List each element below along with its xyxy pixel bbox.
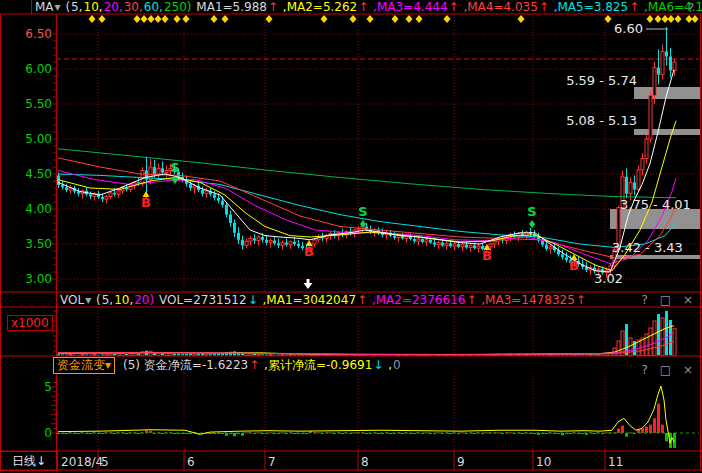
text-segment: 60,: [144, 0, 163, 14]
money-flow-selector[interactable]: 资金流变▾: [53, 357, 115, 374]
candle-body-up: [645, 139, 648, 159]
candle-body-down: [413, 239, 416, 241]
text-segment: ▾: [85, 293, 95, 307]
candle-body-down: [545, 245, 548, 249]
signal-diamond: [266, 15, 273, 23]
help-icon[interactable]: ?: [688, 1, 694, 15]
resistance-zone: [634, 129, 700, 135]
candle-body-down: [153, 167, 156, 174]
signal-diamond: [99, 15, 106, 23]
price-axis-label: 4.00: [25, 202, 52, 216]
flow-bar-out: [89, 433, 92, 434]
chart-canvas[interactable]: BBBBSSS6.605.59 - 5.745.08 - 5.133.75 - …: [0, 0, 702, 473]
candle-body-down: [473, 245, 476, 248]
candle-body-down: [657, 68, 660, 75]
candle-body-up: [629, 182, 632, 193]
flow-bar-out: [665, 433, 668, 441]
candle-body-up: [641, 159, 644, 170]
candle-body-up: [445, 243, 448, 245]
price-axis-label: 3.00: [25, 272, 52, 286]
candle-body-up: [205, 191, 208, 194]
candle-body-down: [221, 201, 224, 205]
candle-body-up: [357, 229, 360, 230]
candle-body-down: [201, 190, 204, 194]
price-zone-label: 3.42 - 3.43: [612, 240, 683, 255]
flow-bar-in: [605, 432, 608, 433]
signal-diamond: [662, 15, 669, 23]
text-segment: ↑: [629, 0, 639, 14]
candle-body-up: [289, 242, 292, 245]
sell-marker: S: [358, 204, 367, 219]
text-segment: 30,: [124, 0, 143, 14]
candle-body-up: [105, 196, 108, 199]
text-segment: ,: [384, 358, 392, 372]
text-segment: ,MA4=4.035: [460, 0, 538, 14]
price-axis-label: 4.50: [25, 167, 52, 181]
period-selector[interactable]: 日线 ↓: [0, 451, 58, 471]
text-segment: 20,: [104, 0, 123, 14]
flow-bar-out: [521, 433, 524, 434]
candle-body-up: [489, 244, 492, 247]
panel-window-icons[interactable]: ? □ ×: [642, 363, 697, 377]
flow-bar-in: [437, 432, 440, 433]
signal-diamond: [89, 15, 96, 23]
candle-body-down: [441, 243, 444, 246]
volume-bar-up: [649, 328, 652, 356]
chevron-down-icon: ▾: [105, 358, 111, 372]
signal-diamond: [518, 15, 525, 23]
candle-body-down: [277, 243, 280, 245]
volume-bar-down: [657, 314, 660, 356]
text-segment: ,累计净流=-0.9691: [260, 358, 372, 372]
candle-body-down: [61, 185, 64, 187]
candle-body-down: [429, 240, 432, 243]
panel-window-icons[interactable]: ? □ ×: [642, 293, 697, 307]
vol-values-text[interactable]: VOL▾ (5,10,20) VOL=2731512↓ ,MA1=3042047…: [60, 293, 587, 307]
price-axis-label: 5.50: [25, 97, 52, 111]
signal-diamond: [668, 15, 675, 23]
buy-marker: B: [304, 244, 314, 259]
candle-body-up: [549, 247, 552, 249]
text-segment: MA: [35, 0, 54, 14]
flow-bar-in: [281, 432, 284, 433]
candle-body-up: [257, 237, 260, 241]
candle-body-up: [653, 68, 656, 96]
candle-body-down: [625, 177, 628, 194]
flow-values-text[interactable]: (5) 资金净流=-1.6223↑ ,累计净流=-0.9691↓ ,0: [123, 357, 402, 374]
candle-body-down: [393, 236, 396, 238]
flow-bar-in: [509, 432, 512, 433]
signal-diamond: [350, 15, 357, 23]
candle-body-up: [637, 170, 640, 190]
flow-bar-out: [161, 433, 164, 434]
candle-body-up: [661, 52, 664, 75]
money-flow-label: 资金流变: [57, 358, 105, 372]
buy-marker: B: [569, 258, 579, 273]
ma-values-text[interactable]: MA▾ (5,10,20,30,60,250) MA1=5.988↑ ,MA2=…: [35, 0, 702, 14]
candle-body-down: [237, 233, 240, 240]
candle-body-down: [65, 187, 68, 190]
month-label: 8: [361, 455, 369, 469]
price-zone-label: 5.08 - 5.13: [566, 113, 637, 128]
candle-body-down: [225, 205, 228, 215]
candle-body-down: [669, 56, 672, 70]
flow-bar-out: [101, 433, 104, 434]
flow-bar-in: [461, 432, 464, 433]
candle-body-up: [453, 244, 456, 246]
price-zone-label: 3.02: [594, 271, 623, 286]
flow-bar-out: [137, 433, 140, 434]
signal-diamond: [675, 15, 682, 23]
text-segment: ↑: [357, 293, 367, 307]
month-label: 11: [608, 455, 623, 469]
month-label: 6: [187, 455, 195, 469]
volume-bar-up: [653, 321, 656, 356]
flow-bar-out: [557, 433, 560, 434]
candle-body-down: [161, 168, 164, 172]
text-segment: ,MA5=3.825: [550, 0, 628, 14]
flow-bar-out: [533, 433, 536, 434]
candle-body-up: [461, 245, 464, 247]
flow-bar-in: [657, 404, 660, 433]
candle-body-up: [249, 238, 252, 241]
candle-body-down: [449, 243, 452, 246]
candle-body-up: [269, 241, 272, 243]
signal-diamond: [321, 15, 328, 23]
candle-body-down: [253, 238, 256, 240]
